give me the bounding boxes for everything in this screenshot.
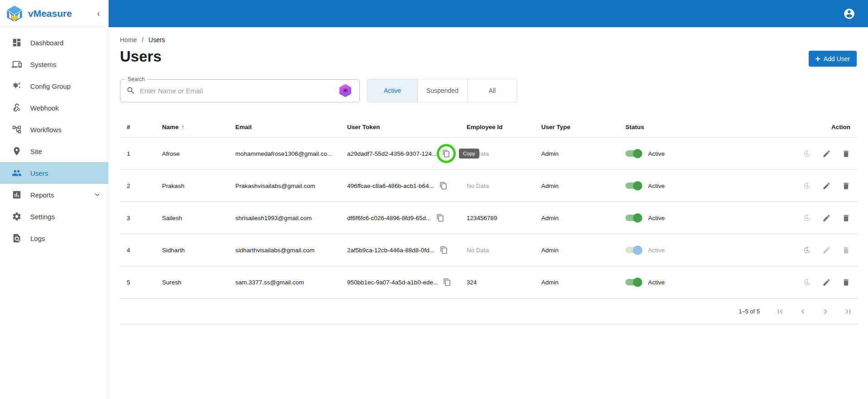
lock-reset-icon[interactable] [802, 278, 811, 287]
sort-asc-icon[interactable]: ↑ [181, 124, 185, 130]
pager-controls [775, 307, 853, 317]
sidebar-item-config-group[interactable]: Config Group [0, 75, 108, 97]
sidebar-item-site[interactable]: Site [0, 140, 108, 162]
delete-icon[interactable] [841, 181, 850, 190]
cell-status: Active [625, 149, 739, 158]
sidebar-item-label: Workflows [30, 126, 62, 134]
sidebar-item-webhook[interactable]: Webhook [0, 97, 108, 119]
table-row: 1 Afrose mohammedafrose1306@gmail.co... … [120, 138, 858, 170]
cell-status: Active [625, 278, 739, 287]
col-header-user-type: User Type [541, 124, 625, 130]
edit-icon[interactable] [822, 213, 831, 222]
cell-index: 2 [127, 183, 162, 189]
sidebar-item-workflows[interactable]: Workflows [0, 119, 108, 140]
copy-token-button[interactable] [434, 211, 447, 225]
lock-reset-icon[interactable] [802, 149, 811, 158]
cell-status: Active [625, 181, 739, 190]
cell-user-token: 2af5b9ca-12cb-446a-88d8-0fd... [347, 243, 467, 257]
sidebar-menu: Dashboard Systems Config Group Webhook W… [0, 27, 108, 249]
sidebar-item-reports[interactable]: Reports [0, 184, 108, 206]
sidebar-item-dashboard[interactable]: Dashboard [0, 32, 108, 53]
account-circle-icon[interactable] [843, 8, 855, 20]
status-toggle[interactable] [625, 245, 642, 255]
delete-icon[interactable] [841, 213, 850, 222]
tab-suspended[interactable]: Suspended [417, 79, 467, 102]
tab-active[interactable]: Active [367, 79, 417, 102]
table-row: 2 Prakash Prakashvisailabs@gmail.com 496… [120, 170, 858, 202]
col-header-name[interactable]: Name↑ [162, 124, 235, 130]
copy-token-button[interactable] [439, 147, 453, 160]
cell-user-type: Admin [541, 279, 625, 286]
status-label: Active [648, 150, 665, 157]
tab-all[interactable]: All [467, 79, 517, 102]
copy-token-button[interactable] [440, 275, 454, 289]
cell-action [739, 213, 850, 222]
users-group-icon [12, 168, 22, 178]
edit-icon[interactable] [822, 245, 831, 255]
cell-index: 5 [127, 279, 162, 286]
copy-token-button[interactable] [437, 243, 451, 257]
users-table: # Name↑ Email User Token Employee Id Use… [120, 117, 858, 325]
sidebar-item-logs[interactable]: Logs [0, 227, 108, 249]
sidebar-collapse-icon[interactable]: ‹ [95, 8, 102, 19]
copy-token-button[interactable] [437, 179, 450, 192]
col-header-action: Action [831, 124, 850, 130]
sidebar-item-users[interactable]: Users [0, 162, 108, 184]
extension-hexagon-icon[interactable]: ✳ [339, 84, 351, 97]
cell-user-type: Admin [541, 215, 625, 221]
status-toggle[interactable] [625, 213, 642, 222]
edit-icon[interactable] [822, 278, 831, 287]
lock-reset-icon[interactable] [802, 245, 811, 255]
status-label: Active [648, 279, 665, 286]
delete-icon[interactable] [841, 245, 850, 255]
first-page-icon[interactable] [775, 307, 785, 317]
status-label: Active [648, 183, 665, 189]
sidebar-item-label: Webhook [30, 104, 59, 112]
cell-action [739, 149, 850, 158]
cell-status: Active [625, 245, 739, 255]
col-header-status: Status [625, 124, 739, 130]
sidebar-item-systems[interactable]: Systems [0, 53, 108, 75]
sidebar-item-label: Systems [30, 61, 57, 68]
cell-user-token: a29dadf7-55d2-4356-9307-124... [347, 144, 467, 163]
status-filter-tabs: Active Suspended All [367, 79, 517, 102]
status-toggle[interactable] [625, 149, 642, 158]
vmeasure-logo-icon [5, 5, 24, 23]
breadcrumb-current: Users [148, 36, 165, 43]
cell-user-type: Admin [541, 247, 625, 254]
delete-icon[interactable] [841, 278, 850, 287]
plus-icon: + [816, 54, 820, 63]
cell-employee-id: No Data [467, 183, 541, 189]
next-page-icon[interactable] [820, 307, 830, 317]
search-field[interactable]: Search ✳ [120, 79, 360, 102]
breadcrumb-home[interactable]: Home [120, 36, 137, 43]
add-user-label: Add User [824, 55, 850, 62]
last-page-icon[interactable] [843, 307, 853, 317]
edit-icon[interactable] [822, 181, 831, 190]
status-toggle[interactable] [625, 181, 642, 190]
add-user-button[interactable]: + Add User [809, 51, 857, 67]
search-input[interactable] [140, 87, 339, 95]
lock-reset-icon[interactable] [802, 181, 811, 190]
status-toggle[interactable] [625, 278, 642, 287]
top-app-bar [109, 0, 868, 27]
app-title: vMeasure [28, 8, 72, 19]
lock-reset-icon[interactable] [802, 213, 811, 222]
cell-name: Prakash [162, 183, 235, 189]
gear-icon [12, 212, 22, 221]
delete-icon[interactable] [841, 149, 850, 158]
sidebar-item-label: Users [30, 169, 48, 177]
cell-index: 1 [127, 150, 162, 157]
dashboard-icon [12, 38, 22, 48]
cell-name: Sidharth [162, 247, 235, 254]
table-row: 5 Suresh sam.3377.ss@gmail.com 950bb1ec-… [120, 266, 858, 298]
filter-controls: Search ✳ Active Suspended All [120, 79, 858, 102]
edit-icon[interactable] [822, 149, 831, 158]
sidebar-item-settings[interactable]: Settings [0, 206, 108, 227]
table-row: 4 Sidharth sidharthvisailabs@gmail.com 2… [120, 234, 858, 266]
find-in-page-icon [12, 233, 22, 243]
col-header-employee-id: Employee Id [467, 124, 541, 130]
col-header-index: # [127, 124, 162, 130]
previous-page-icon[interactable] [798, 307, 808, 317]
col-header-email: Email [235, 124, 347, 130]
